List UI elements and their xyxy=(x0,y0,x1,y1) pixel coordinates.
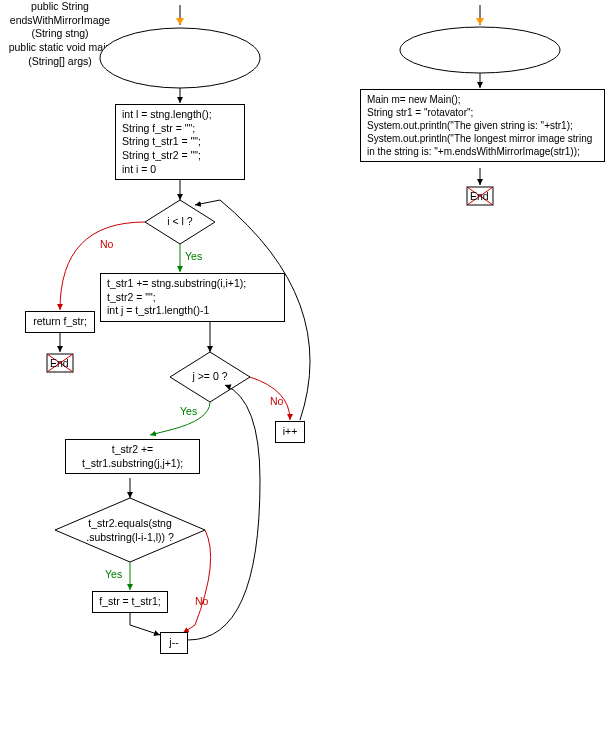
increment-i-node: i++ xyxy=(275,421,305,443)
edge-yes-j: Yes xyxy=(180,405,197,417)
init-block-node: int l = stng.length(); String f_str = ""… xyxy=(115,104,245,180)
return-node: return f_str; xyxy=(25,311,95,333)
edge-no-j: No xyxy=(270,395,283,407)
svg-point-13 xyxy=(400,27,560,73)
edge-yes-eq: Yes xyxy=(105,568,122,580)
edge-no-eq: No xyxy=(195,595,208,607)
condition-equals-node: t_str2.equals(stng .substring(l-i-1,l)) … xyxy=(80,517,180,544)
end-right: End xyxy=(470,190,489,202)
main-body-node: Main m= new Main(); String str1 = "rotav… xyxy=(360,89,605,162)
decrement-j-node: j-- xyxy=(160,632,188,654)
svg-point-1 xyxy=(100,28,260,88)
end-left-1: End xyxy=(50,357,69,369)
substr-block-node: t_str2 += t_str1.substring(j,j+1); xyxy=(65,439,200,474)
edge-no-i: No xyxy=(100,238,113,250)
assign-fstr-node: f_str = t_str1; xyxy=(92,591,168,613)
condition-i-node: i < l ? xyxy=(160,215,200,229)
condition-j-node: j >= 0 ? xyxy=(187,370,233,384)
edge-yes-i: Yes xyxy=(185,250,202,262)
inner-block-node: t_str1 += stng.substring(i,i+1); t_str2 … xyxy=(100,273,285,322)
